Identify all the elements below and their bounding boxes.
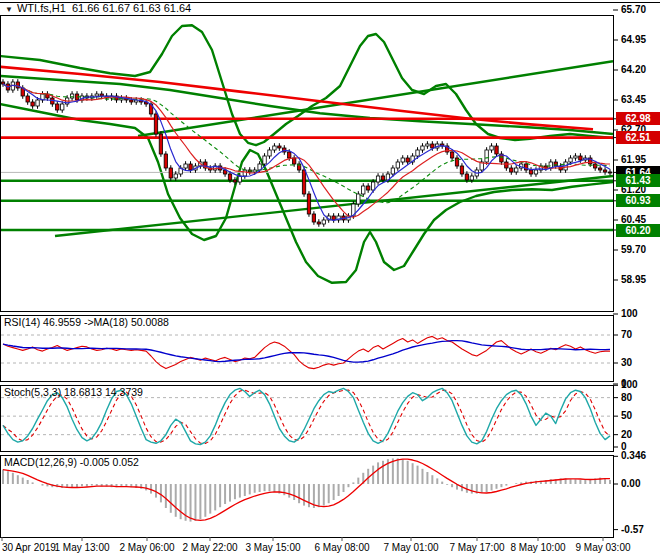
price-axis-label: 30 xyxy=(621,357,660,368)
price-axis-label: 64.95 xyxy=(621,34,660,45)
price-axis-label: 59.70 xyxy=(621,244,660,255)
rsi-header: RSI(14) 46.9559 ->MA(18) 50.0088 xyxy=(4,316,169,328)
price-axis-label: 70 xyxy=(621,329,660,340)
price-axis-label: 61.95 xyxy=(621,154,660,165)
lower-band xyxy=(0,104,613,283)
rsi-plot[interactable] xyxy=(1,335,612,369)
time-axis-label: 2 May 06:00 xyxy=(119,542,174,553)
macd-header: MACD(12,26,9) -0.005 0.052 xyxy=(4,456,139,468)
price-axis-label: 100 xyxy=(621,308,660,319)
macd-signal-line xyxy=(3,459,610,520)
price-badge: 61.43 xyxy=(616,174,660,187)
price-badge: 60.93 xyxy=(616,194,660,207)
price-badge: 60.20 xyxy=(616,224,660,237)
rsi-ma-line xyxy=(3,341,610,363)
price-axis-label: 63.45 xyxy=(621,94,660,105)
price-badge: 62.98 xyxy=(616,112,660,125)
ma-green-dashed xyxy=(3,84,610,203)
price-axis-label: 64.20 xyxy=(621,64,660,75)
quote-values: 61.66 61.67 61.63 61.64 xyxy=(72,2,191,14)
main-plot[interactable] xyxy=(0,25,613,283)
time-axis-label: 9 May 03:00 xyxy=(575,542,630,553)
price-axis-label: 0.346 xyxy=(621,450,660,461)
price-axis-label: 100 xyxy=(621,379,660,390)
time-axis-label: 7 May 17:00 xyxy=(449,542,504,553)
price-axis-label: 50 xyxy=(621,410,660,421)
time-axis-label: 2 May 22:00 xyxy=(182,542,237,553)
long-ma xyxy=(0,76,613,134)
price-badge: 62.51 xyxy=(616,131,660,144)
time-axis-label: 3 May 15:00 xyxy=(245,542,300,553)
chart-window: ▼WTI.fs,H1 61.66 61.67 61.63 61.64 RSI(1… xyxy=(0,0,660,560)
chart-title-bar: ▼WTI.fs,H1 61.66 61.67 61.63 61.64 xyxy=(5,2,191,14)
time-axis-label: 6 May 08:00 xyxy=(314,542,369,553)
time-axis-label: 8 May 10:00 xyxy=(510,542,565,553)
time-axis-label: 30 Apr 2019 xyxy=(2,542,56,553)
time-axis-label: 7 May 01:00 xyxy=(383,542,438,553)
time-axis-label: 1 May 13:00 xyxy=(54,542,109,553)
price-axis-label: -0.57 xyxy=(621,524,660,535)
candlesticks xyxy=(1,79,611,227)
price-axis-label: 80 xyxy=(621,392,660,403)
price-axis-label: 65.70 xyxy=(621,4,660,15)
ma-red xyxy=(3,84,610,217)
price-axis-label: 20 xyxy=(621,429,660,440)
price-axis-label: 58.95 xyxy=(621,274,660,285)
chart-canvas[interactable] xyxy=(0,0,660,560)
symbol-dropdown-icon[interactable]: ▼ xyxy=(5,5,13,14)
symbol-title: WTI.fs,H1 xyxy=(17,2,66,14)
price-axis-label: 0.00 xyxy=(621,478,660,489)
trend-up-bottom xyxy=(55,176,613,236)
stoch-header: Stoch(5,3,3) 18.6813 14.3739 xyxy=(4,386,143,398)
